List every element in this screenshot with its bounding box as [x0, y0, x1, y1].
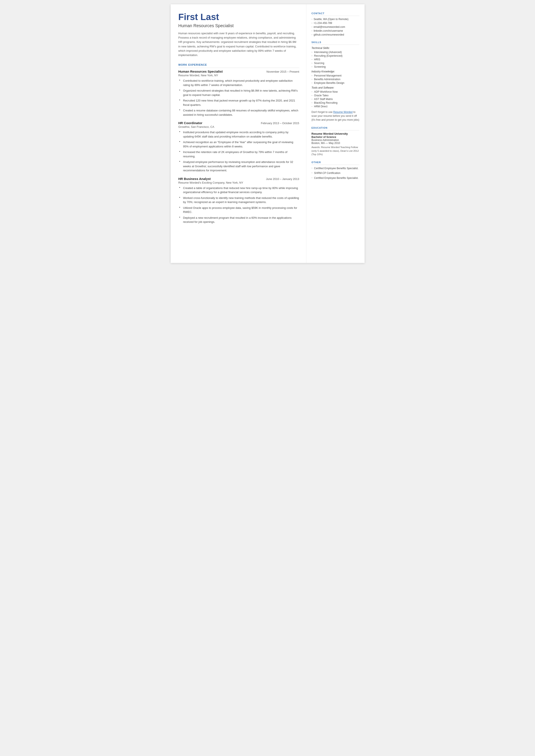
- edu-block: Resume Worded University Bachelor of Sci…: [312, 132, 359, 156]
- skill-item: ADP Workforce Now: [312, 90, 359, 93]
- job-dates: February 2013 – October 2015: [261, 122, 299, 125]
- skill-item: HRIS: [312, 58, 359, 61]
- contact-list: Seattle, WA (Open to Remote)+1-234-456-7…: [312, 18, 359, 36]
- other-section: OTHER Certified Employee Benefits Specia…: [312, 161, 359, 180]
- resume-page: First Last Human Resources Specialist Hu…: [171, 4, 365, 263]
- edu-location: Boston, MA — May 2010: [312, 142, 359, 145]
- job-block: Human Resources SpecialistNovember 2015 …: [179, 70, 299, 117]
- contact-item: linkedin.com/in/username: [312, 29, 359, 32]
- job-header: Human Resources SpecialistNovember 2015 …: [179, 70, 299, 73]
- skill-item: Recruiting (Experienced): [312, 54, 359, 57]
- job-title-text: HR Coordinator: [179, 121, 203, 125]
- edu-field: Business Administration: [312, 139, 359, 142]
- job-title-text: Human Resources Specialist: [179, 70, 223, 73]
- skill-item: AST Staff Matrix: [312, 98, 359, 101]
- skill-item: Personnel Management: [312, 74, 359, 77]
- contact-label: CONTACT: [312, 12, 359, 16]
- list-item: Worked cross-functionally to identify ne…: [179, 196, 299, 204]
- list-item: Deployed a new recruitment program that …: [179, 216, 299, 224]
- job-block: HR Business AnalystJune 2010 – January 2…: [179, 177, 299, 224]
- skill-item: HRM Direct: [312, 105, 359, 108]
- bullet-list: Contributed to workforce training, which…: [179, 79, 299, 117]
- skill-item: Interviewing (Advanced): [312, 51, 359, 54]
- job-company: Resume Worded's Exciting Company, New Yo…: [179, 181, 299, 184]
- job-block: HR CoordinatorFebruary 2013 – October 20…: [179, 121, 299, 173]
- list-item: Created a table of organizations that re…: [179, 186, 299, 194]
- skills-container: Technical Skills:Interviewing (Advanced)…: [312, 46, 359, 108]
- list-item: Contributed to workforce training, which…: [179, 79, 299, 87]
- work-experience-label: WORK EXPERIENCE: [179, 63, 299, 68]
- job-company: Growthsi, San Francisco, CA: [179, 125, 299, 128]
- edu-degree: Bachelor of Science: [312, 136, 359, 139]
- skill-item: Screening: [312, 65, 359, 68]
- right-column: CONTACT Seattle, WA (Open to Remote)+1-2…: [306, 4, 365, 263]
- contact-item: github.com/resumeworded: [312, 33, 359, 36]
- other-list: Certified Employee Benefits Specialist.S…: [312, 167, 359, 180]
- contact-item: email@resumeworded.com: [312, 25, 359, 28]
- left-column: First Last Human Resources Specialist Hu…: [171, 4, 306, 263]
- job-header: HR CoordinatorFebruary 2013 – October 20…: [179, 121, 299, 125]
- list-item: Created a resume database containing 88 …: [179, 108, 299, 117]
- summary: Human resources specialist with over 9 y…: [179, 31, 299, 57]
- contact-item: +1-234-456-789: [312, 21, 359, 25]
- promo-text: Don't forget to use Resume Worded to sca…: [312, 110, 359, 122]
- promo-link[interactable]: Resume Worded: [333, 111, 353, 114]
- list-item: Recruited 120 new hires that jacked reve…: [179, 98, 299, 107]
- skills-category: Industry Knowledge:: [312, 70, 359, 73]
- job-title: Human Resources Specialist: [179, 23, 299, 28]
- education-label: EDUCATION: [312, 126, 359, 130]
- skill-item: Employee Benefits Design: [312, 81, 359, 84]
- other-label: OTHER: [312, 161, 359, 165]
- bullet-list: Instituted procedures that updated emplo…: [179, 130, 299, 173]
- skills-list: Interviewing (Advanced)Recruiting (Exper…: [312, 51, 359, 68]
- list-item: Organized recruitment strategies that re…: [179, 89, 299, 97]
- other-item: Certified Employee Benefits Specialist.: [312, 176, 359, 180]
- promo-before: Don't forget to use: [312, 111, 333, 114]
- list-item: Utilized Oracle apps to process employee…: [179, 206, 299, 214]
- bullet-list: Created a table of organizations that re…: [179, 186, 299, 224]
- list-item: Increased the retention rate of 2K emplo…: [179, 150, 299, 158]
- skill-item: Benefits Administration: [312, 78, 359, 81]
- contact-section: CONTACT Seattle, WA (Open to Remote)+1-2…: [312, 12, 359, 36]
- skill-item: Oracle Taleo: [312, 94, 359, 97]
- other-item: SHRM-CP Certification: [312, 171, 359, 175]
- skills-list: Personnel ManagementBenefits Administrat…: [312, 74, 359, 84]
- job-title-text: HR Business Analyst: [179, 177, 211, 181]
- other-item: Certified Employee Benefits Specialist.: [312, 167, 359, 170]
- contact-item: Seattle, WA (Open to Remote): [312, 18, 359, 21]
- skill-item: Sourcing: [312, 62, 359, 65]
- jobs-container: Human Resources SpecialistNovember 2015 …: [179, 70, 299, 224]
- job-header: HR Business AnalystJune 2010 – January 2…: [179, 177, 299, 181]
- list-item: Achieved recognition as an "Employee of …: [179, 140, 299, 149]
- edu-school: Resume Worded University: [312, 132, 359, 135]
- education-section: EDUCATION Resume Worded University Bache…: [312, 126, 359, 156]
- edu-awards: Awards: Resume Worded Teaching Fellow (o…: [312, 146, 359, 156]
- skills-label: SKILLS: [312, 41, 359, 45]
- name: First Last: [179, 12, 299, 22]
- skills-section: SKILLS Technical Skills:Interviewing (Ad…: [312, 41, 359, 122]
- skills-list: ADP Workforce NowOracle TaleoAST Staff M…: [312, 90, 359, 108]
- list-item: Analyzed employee performance by reviewi…: [179, 160, 299, 173]
- list-item: Instituted procedures that updated emplo…: [179, 130, 299, 139]
- skill-item: BlackDog Recruiting: [312, 101, 359, 104]
- job-company: Resume Worded, New York, NY: [179, 74, 299, 77]
- job-dates: June 2010 – January 2013: [266, 177, 299, 181]
- job-dates: November 2015 – Present: [267, 70, 299, 73]
- skills-category: Tools and Software:: [312, 86, 359, 89]
- skills-category: Technical Skills:: [312, 46, 359, 49]
